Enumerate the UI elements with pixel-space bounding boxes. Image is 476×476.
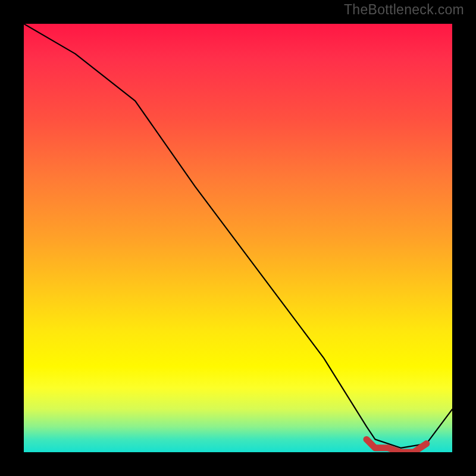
watermark-text: TheBottleneck.com — [344, 2, 464, 18]
plot-gradient-background — [24, 24, 452, 452]
chart-frame: TheBottleneck.com — [0, 0, 476, 476]
